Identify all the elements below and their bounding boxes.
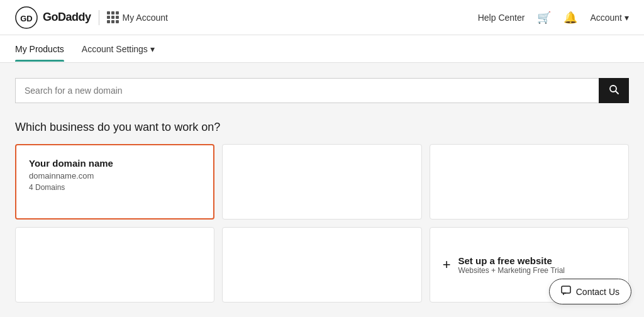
grid-icon — [107, 11, 119, 23]
chevron-down-icon: ▾ — [625, 13, 629, 23]
header: GD GoDaddy My Account Help Center 🛒 🔔 Ac… — [0, 0, 644, 35]
header-left: GD GoDaddy My Account — [15, 6, 168, 29]
godaddy-logo-icon: GD — [15, 6, 38, 29]
account-dropdown[interactable]: Account ▾ — [590, 13, 629, 23]
add-card-subtitle: Websites + Marketing Free Trial — [458, 266, 565, 275]
chat-icon — [561, 286, 571, 298]
notifications-button[interactable]: 🔔 — [564, 11, 577, 25]
add-icon: + — [443, 257, 451, 273]
business-grid: Your domain name domainname.com 4 Domain… — [15, 144, 629, 303]
business-card-2[interactable] — [222, 144, 421, 220]
business-card-4[interactable] — [15, 227, 214, 303]
nav: My Products Account Settings ▾ — [0, 35, 644, 63]
my-account[interactable]: My Account — [107, 11, 168, 23]
svg-text:GD: GD — [20, 14, 33, 23]
business-section-title: Which business do you want to work on? — [15, 121, 629, 134]
logo[interactable]: GD GoDaddy — [15, 6, 91, 29]
nav-item-account-settings[interactable]: Account Settings ▾ — [82, 44, 155, 62]
header-right: Help Center 🛒 🔔 Account ▾ — [478, 11, 629, 25]
business-card-selected[interactable]: Your domain name domainname.com 4 Domain… — [15, 144, 214, 220]
account-label: Account — [590, 13, 622, 23]
search-bar — [15, 78, 629, 103]
nav-item-account-settings-label: Account Settings ▾ — [82, 44, 155, 54]
search-icon — [609, 84, 619, 97]
business-section: Which business do you want to work on? Y… — [15, 121, 629, 303]
add-card-title: Set up a free website — [458, 255, 565, 266]
nav-item-my-products[interactable]: My Products — [15, 44, 64, 62]
help-center-link[interactable]: Help Center — [478, 13, 525, 23]
cart-button[interactable]: 🛒 — [537, 11, 551, 25]
business-domain: domainname.com — [29, 171, 201, 181]
search-input[interactable] — [15, 78, 599, 103]
main-content: Which business do you want to work on? Y… — [0, 63, 644, 317]
svg-rect-4 — [562, 286, 570, 293]
svg-line-3 — [616, 91, 618, 94]
header-divider — [99, 10, 99, 25]
contact-us-label: Contact Us — [576, 287, 619, 297]
logo-text: GoDaddy — [43, 11, 91, 24]
business-name: Your domain name — [29, 158, 201, 169]
chevron-icon: ▾ — [150, 44, 155, 54]
business-card-5[interactable] — [222, 227, 421, 303]
business-card-3[interactable] — [430, 144, 629, 220]
search-button[interactable] — [599, 78, 629, 103]
nav-item-my-products-label: My Products — [15, 44, 64, 54]
add-card-text: Set up a free website Websites + Marketi… — [458, 255, 565, 275]
contact-us-button[interactable]: Contact Us — [549, 279, 631, 304]
business-domains-count: 4 Domains — [29, 183, 201, 192]
my-account-label: My Account — [123, 13, 168, 23]
